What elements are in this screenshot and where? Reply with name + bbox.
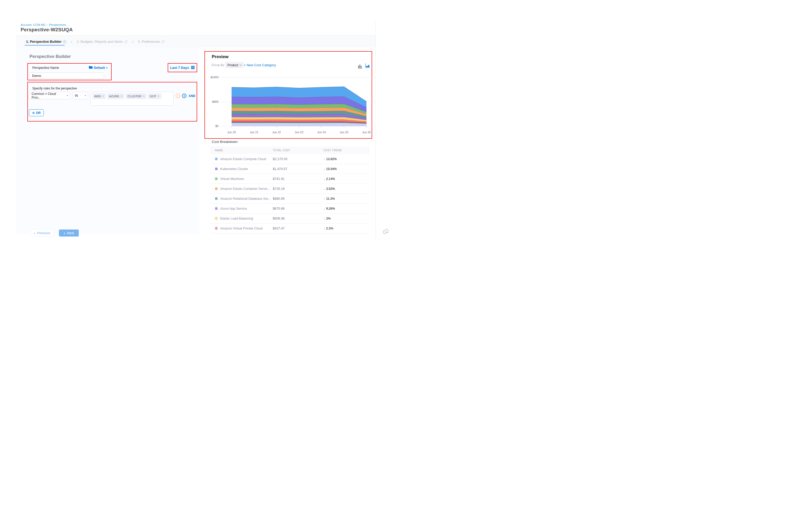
info-icon[interactable]: i <box>63 40 66 43</box>
cost-trend-cell: ↑11.3% <box>323 197 369 201</box>
info-icon[interactable]: i <box>162 40 165 43</box>
trend-down-icon: ↓ <box>323 226 325 230</box>
chip-remove-icon[interactable]: ✕ <box>157 95 159 97</box>
breadcrumb-account-link[interactable]: Account: CCM-NG <box>21 23 45 26</box>
total-cost-value: $725.16 <box>273 187 323 191</box>
tab-bar: 1. Perspective Builderi›2. Budgets, Repo… <box>16 36 376 48</box>
cost-trend-cell: ↓9.26% <box>323 207 369 210</box>
help-chat-icon[interactable] <box>382 228 389 236</box>
rule-values-input[interactable]: AWS✕AZURE✕CLUSTER✕GCP✕ <box>91 92 174 106</box>
breadcrumb-perspectives-link[interactable]: Perspectives <box>49 23 66 26</box>
rule-operator-select[interactable]: IN ▾ <box>72 92 88 99</box>
tab-3[interactable]: 3. Preferencesi <box>138 40 165 43</box>
preview-heading: Preview <box>212 54 228 59</box>
service-name-link[interactable]: Elastic Load Balancing <box>220 217 253 220</box>
date-range-button[interactable]: Last 7 Days <box>170 65 194 70</box>
table-row[interactable]: Kubernetes Cluster$1,474.57↓15.04% <box>210 164 369 174</box>
service-color-swatch <box>215 167 218 170</box>
table-row[interactable]: Amazon Virtual Private Cloud$427.47↓2.3% <box>210 224 369 233</box>
info-icon[interactable]: i <box>125 40 128 43</box>
rule-value-chip: GCP✕ <box>148 93 161 99</box>
plus-icon: + <box>183 94 185 97</box>
perspective-builder-page: Account: CCM-NG›Perspectives Perspective… <box>0 0 399 266</box>
chip-label: GCP <box>150 95 156 98</box>
x-tick-label: Jun 25 <box>336 131 352 134</box>
active-tab-underline <box>24 45 65 46</box>
service-name-cell: Kubernetes Cluster <box>210 167 273 171</box>
service-name-cell: Amazon Relational Database Ser... <box>210 197 273 201</box>
minus-icon: − <box>177 94 179 97</box>
tab-2[interactable]: 2. Budgets, Reports and Alertsi <box>77 40 127 43</box>
x-tick-label: Jun 23 <box>291 131 307 134</box>
new-cost-category-link[interactable]: + New Cost Category <box>244 63 276 67</box>
trend-down-icon: ↓ <box>323 207 325 210</box>
breadcrumb-separator-icon: › <box>47 23 48 26</box>
service-name-link[interactable]: Amazon Elastic Container Servic... <box>220 187 270 191</box>
trend-down-icon: ↓ <box>323 216 325 220</box>
service-name-cell: Elastic Load Balancing <box>210 217 273 220</box>
tab-1[interactable]: 1. Perspective Builderi <box>26 40 66 43</box>
rule-value-chip: AZURE✕ <box>107 93 125 99</box>
chip-remove-icon[interactable]: ✕ <box>143 95 145 97</box>
rule-operator-value: IN <box>75 94 78 97</box>
bar-chart-toggle-icon[interactable] <box>358 64 362 70</box>
calendar-icon <box>191 65 195 70</box>
table-row[interactable]: Virtual Machines$741.91↓2.14% <box>210 174 369 184</box>
service-name-link[interactable]: Amazon Virtual Private Cloud <box>220 227 263 230</box>
rule-field-select[interactable]: Common > Cloud Prov... ▾ <box>29 92 70 99</box>
chevron-down-icon: ▾ <box>106 66 108 69</box>
service-name-link[interactable]: Amazon Elastic Compute Cloud <box>220 157 266 161</box>
stacked-area-chart[interactable] <box>209 75 376 135</box>
table-row[interactable]: Amazon Relational Database Ser...$680.89… <box>210 194 369 204</box>
chevron-down-icon <box>240 64 242 66</box>
chip-remove-icon[interactable]: ✕ <box>120 95 122 97</box>
column-header-name: NAME <box>210 149 273 152</box>
service-name-link[interactable]: Virtual Machines <box>220 177 244 181</box>
group-by-select[interactable]: Product <box>225 62 244 68</box>
table-row[interactable]: Azure App Service$675.68↓9.26% <box>210 204 369 214</box>
column-header-cost-trend: COST TREND <box>323 149 369 152</box>
tab-label: 3. Preferences <box>138 40 160 43</box>
chip-label: AZURE <box>109 95 119 98</box>
chart-series-unlabeled[interactable] <box>232 123 366 126</box>
area-chart-toggle-icon[interactable] <box>365 63 370 70</box>
trend-down-icon: ↓ <box>323 167 325 171</box>
service-name-link[interactable]: Azure App Service <box>220 207 247 210</box>
previous-button[interactable]: ‹ Previous <box>30 229 54 236</box>
folder-icon <box>89 66 93 70</box>
x-tick-label: Jun 22 <box>269 131 284 134</box>
page-title: Perspective-W2SUQA <box>21 27 73 33</box>
trend-up-icon: ↑ <box>323 197 325 201</box>
remove-rule-button[interactable]: − <box>176 94 180 98</box>
table-row[interactable]: Elastic Load Balancing$509.36↓2% <box>210 214 369 224</box>
total-cost-value: $509.36 <box>273 217 323 220</box>
chip-remove-icon[interactable]: ✕ <box>102 95 104 97</box>
and-operator-label[interactable]: AND <box>189 94 195 98</box>
x-tick-label: Jun 26 <box>359 131 374 134</box>
perspective-name-input[interactable] <box>29 73 104 79</box>
service-name-link[interactable]: Amazon Relational Database Ser... <box>220 197 271 201</box>
y-tick-label: $800 <box>206 100 218 103</box>
total-cost-value: $675.68 <box>273 207 323 210</box>
table-row[interactable]: Amazon Elastic Container Servic...$725.1… <box>210 184 369 194</box>
chevron-right-icon: › <box>64 231 65 235</box>
service-name-link[interactable]: Kubernetes Cluster <box>220 167 248 171</box>
cost-trend-value: 2.3% <box>326 227 333 230</box>
tab-label: 1. Perspective Builder <box>26 40 61 43</box>
next-button-label: Next <box>67 231 74 235</box>
perspective-name-label: Perspective Name <box>32 66 59 70</box>
chip-label: CLUSTER <box>128 95 141 98</box>
service-name-cell: Amazon Virtual Private Cloud <box>210 227 273 230</box>
add-rule-button[interactable]: + <box>182 94 187 98</box>
service-name-cell: Azure App Service <box>210 207 273 210</box>
total-cost-value: $741.91 <box>273 177 323 181</box>
cost-trend-cell: ↓2% <box>323 216 369 220</box>
service-color-swatch <box>215 187 218 190</box>
cost-trend-value: 13.62% <box>326 157 337 161</box>
next-button[interactable]: › Next <box>59 229 79 236</box>
folder-selector[interactable]: Default ▾ <box>89 66 108 70</box>
cost-breakdown-heading: Cost Breakdown <box>212 140 238 144</box>
or-button[interactable]: ⊕ OR <box>29 109 44 116</box>
y-tick-label: $1600 <box>206 76 218 79</box>
table-row[interactable]: Amazon Elastic Compute Cloud$2,170.03↓13… <box>210 154 369 164</box>
